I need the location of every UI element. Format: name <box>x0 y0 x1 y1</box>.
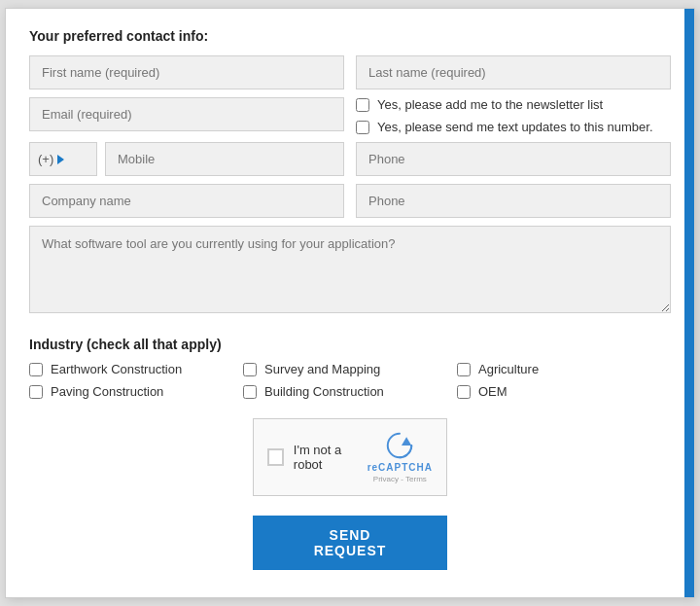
newsletter-checkbox[interactable] <box>356 98 369 112</box>
agriculture-checkbox[interactable] <box>457 363 471 376</box>
survey-label: Survey and Mapping <box>264 362 380 376</box>
industry-earthwork[interactable]: Earthwork Construction <box>29 362 243 376</box>
phone-container <box>356 142 671 176</box>
phone-code-selector[interactable]: (+) <box>29 142 97 176</box>
paving-label: Paving Construction <box>51 384 163 399</box>
building-checkbox[interactable] <box>243 385 257 399</box>
newsletter-checkbox-row[interactable]: Yes, please add me to the newsletter lis… <box>356 97 671 112</box>
industry-survey[interactable]: Survey and Mapping <box>243 362 457 376</box>
industry-agriculture[interactable]: Agriculture <box>457 362 671 376</box>
newsletter-label: Yes, please add me to the newsletter lis… <box>377 97 603 112</box>
building-label: Building Construction <box>264 384 384 399</box>
phone2-container <box>356 184 671 218</box>
email-checkbox-row: Yes, please add me to the newsletter lis… <box>29 97 671 134</box>
software-textarea[interactable] <box>29 226 671 313</box>
oem-checkbox[interactable] <box>457 385 471 399</box>
survey-checkbox[interactable] <box>243 363 257 376</box>
industry-building[interactable]: Building Construction <box>243 384 457 399</box>
last-name-container <box>356 55 671 89</box>
paving-checkbox[interactable] <box>29 385 43 399</box>
email-input[interactable] <box>29 97 344 131</box>
industry-label: Industry (check all that apply) <box>29 337 671 352</box>
captcha-left: I'm not a robot <box>267 443 368 472</box>
name-row <box>29 55 671 89</box>
phone-code-arrow-icon <box>57 155 64 164</box>
industry-oem[interactable]: OEM <box>457 384 671 399</box>
email-container <box>29 97 344 134</box>
phone2-input[interactable] <box>356 184 671 218</box>
phone-code-text: (+) <box>38 152 53 166</box>
last-name-input[interactable] <box>356 55 671 89</box>
blue-accent-bar <box>684 9 694 597</box>
industry-section: Industry (check all that apply) Earthwor… <box>29 337 671 399</box>
send-request-button[interactable]: SEND REQUEST <box>253 516 447 570</box>
contact-info-label: Your preferred contact info: <box>29 28 671 44</box>
captcha-box[interactable]: I'm not a robot reCAPTCHA Privacy - Term… <box>253 418 447 496</box>
mobile-input[interactable] <box>105 142 344 176</box>
company-phone-row <box>29 184 671 218</box>
send-button-row: SEND REQUEST <box>29 516 671 570</box>
captcha-right: reCAPTCHA Privacy - Terms <box>368 431 433 483</box>
captcha-label: I'm not a robot <box>294 443 368 472</box>
agriculture-label: Agriculture <box>478 362 539 376</box>
earthwork-checkbox[interactable] <box>29 363 43 376</box>
company-container <box>29 184 344 218</box>
text-updates-label: Yes, please send me text updates to this… <box>377 120 653 134</box>
captcha-checkbox[interactable] <box>267 448 284 466</box>
oem-label: OEM <box>478 384 508 399</box>
industry-grid: Earthwork Construction Survey and Mappin… <box>29 362 671 399</box>
earthwork-label: Earthwork Construction <box>51 362 182 376</box>
phone-input[interactable] <box>356 142 671 176</box>
newsletter-options: Yes, please add me to the newsletter lis… <box>356 97 671 134</box>
first-name-input[interactable] <box>29 55 344 89</box>
company-input[interactable] <box>29 184 344 218</box>
modal-form: Your preferred contact info: Yes, please… <box>5 8 695 598</box>
first-name-container <box>29 55 344 89</box>
text-updates-checkbox-row[interactable]: Yes, please send me text updates to this… <box>356 120 671 134</box>
mobile-group: (+) <box>29 142 344 176</box>
recaptcha-terms-label: Privacy - Terms <box>373 475 427 483</box>
text-updates-checkbox[interactable] <box>356 121 369 134</box>
recaptcha-brand-label: reCAPTCHA <box>368 462 433 473</box>
industry-paving[interactable]: Paving Construction <box>29 384 243 399</box>
captcha-container: I'm not a robot reCAPTCHA Privacy - Term… <box>29 418 671 496</box>
recaptcha-icon <box>385 431 414 460</box>
phone-row: (+) <box>29 142 671 176</box>
